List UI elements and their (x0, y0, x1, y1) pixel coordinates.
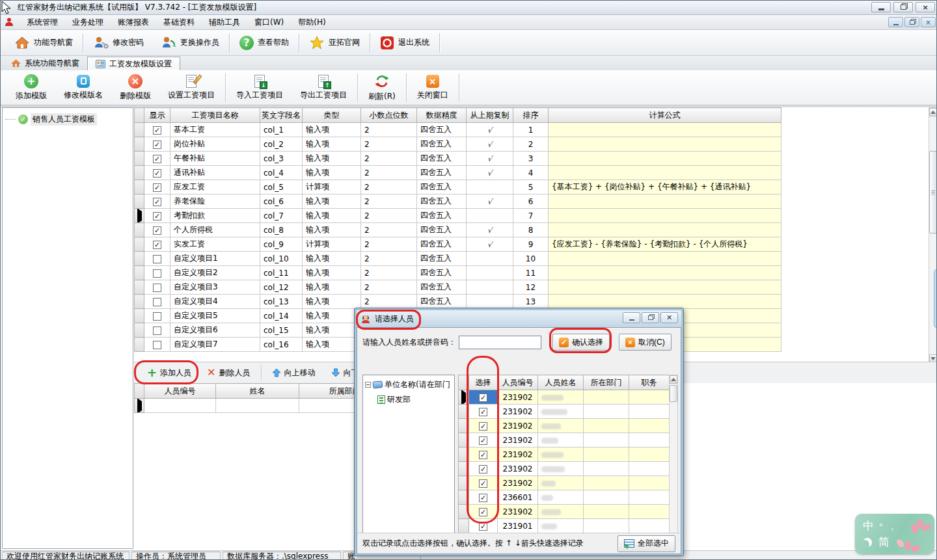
menu-item-basedata[interactable]: 基础资料 (156, 15, 202, 29)
type-cell[interactable]: 输入项 (303, 295, 361, 309)
row-header[interactable] (459, 476, 469, 490)
checkbox[interactable]: ✓ (479, 451, 487, 459)
field-name-cell[interactable]: col_4 (260, 166, 303, 180)
select-person-row[interactable]: ✓231902 (459, 433, 670, 447)
show-cell[interactable] (144, 280, 170, 295)
item-name-cell[interactable]: 通讯补贴 (170, 166, 260, 180)
title-cell[interactable] (629, 405, 670, 419)
order-cell[interactable]: 13 (513, 295, 549, 309)
row-header[interactable] (135, 323, 144, 338)
decimals-cell[interactable]: 2 (361, 123, 417, 137)
show-cell[interactable]: ✓ (144, 137, 170, 152)
tree-node-dept[interactable]: 研发部 (377, 394, 454, 405)
name-cell[interactable] (538, 390, 584, 405)
exit-button[interactable]: 退出系统 (372, 33, 438, 53)
close-button[interactable]: × (916, 2, 935, 12)
ime-widget[interactable]: 中°， 简 (855, 514, 934, 554)
type-cell[interactable]: 输入项 (303, 323, 361, 338)
nav-window-button[interactable]: 功能导航窗 (6, 33, 81, 53)
checkbox[interactable] (153, 298, 161, 306)
show-cell[interactable]: ✓ (144, 237, 170, 252)
show-cell[interactable]: ✓ (144, 194, 170, 209)
order-cell[interactable]: 4 (513, 166, 549, 180)
row-header[interactable] (459, 505, 469, 519)
checkbox[interactable]: ✓ (479, 436, 487, 445)
formula-cell[interactable] (549, 166, 781, 180)
name-cell[interactable] (538, 519, 584, 533)
code-cell[interactable]: 231902 (498, 447, 538, 462)
checkbox[interactable]: ✓ (479, 479, 487, 488)
dept-cell[interactable] (584, 490, 629, 505)
field-name-cell[interactable]: col_2 (260, 137, 303, 152)
export-salary-items-button[interactable]: ↑ 导出工资项目 (292, 72, 355, 104)
field-name-cell[interactable]: col_14 (260, 309, 303, 323)
precision-cell[interactable]: 四舍五入 (417, 194, 467, 209)
row-header[interactable] (459, 490, 469, 505)
move-up-button[interactable]: 向上移动 (264, 364, 323, 381)
select-cell[interactable]: ✓ (469, 419, 498, 433)
type-cell[interactable]: 输入项 (303, 137, 361, 152)
add-person-button[interactable]: + 添加人员 (139, 364, 199, 381)
title-cell[interactable] (629, 505, 670, 519)
item-name-cell[interactable]: 自定义项目6 (170, 323, 260, 338)
copy-prev-cell[interactable]: √ (467, 137, 513, 152)
item-name-cell[interactable]: 岗位补贴 (170, 137, 260, 152)
row-header[interactable] (135, 237, 144, 252)
dept-cell[interactable] (584, 390, 629, 405)
select-person-row[interactable]: ✓236601 (459, 490, 670, 505)
show-cell[interactable]: ✓ (144, 180, 170, 194)
cancel-button[interactable]: × 取消(C) (619, 334, 672, 351)
precision-cell[interactable]: 四舍五入 (417, 166, 467, 180)
dept-cell[interactable] (584, 519, 629, 533)
row-header[interactable] (135, 137, 144, 152)
dept-cell[interactable] (584, 419, 629, 433)
type-cell[interactable]: 输入项 (303, 266, 361, 280)
row-header[interactable] (135, 280, 144, 295)
row-header[interactable] (135, 295, 144, 309)
tab-nav-window[interactable]: 系统功能导航窗 (3, 57, 87, 70)
dialog-minimize-button[interactable] (623, 312, 640, 323)
checkbox[interactable]: ✓ (153, 140, 161, 149)
type-cell[interactable]: 输入项 (303, 194, 361, 209)
formula-cell[interactable] (549, 252, 781, 266)
add-template-button[interactable]: + 添加模版 (7, 72, 55, 104)
order-cell[interactable]: 3 (513, 152, 549, 166)
dept-cell[interactable] (584, 447, 629, 462)
delete-person-button[interactable]: ✕ 删除人员 (199, 364, 258, 381)
item-name-cell[interactable]: 自定义项目2 (170, 266, 260, 280)
formula-cell[interactable] (549, 223, 781, 237)
copy-prev-cell[interactable] (467, 209, 513, 223)
select-cell[interactable]: ✓ (469, 519, 498, 533)
type-cell[interactable]: 计算项 (303, 180, 361, 194)
formula-cell[interactable] (549, 295, 781, 309)
checkbox[interactable]: ✓ (153, 155, 161, 163)
person-name-cell[interactable] (216, 399, 299, 413)
copy-prev-cell[interactable]: √ (467, 123, 513, 137)
field-name-cell[interactable]: col_11 (260, 266, 303, 280)
formula-cell[interactable] (549, 280, 781, 295)
row-header[interactable] (135, 166, 144, 180)
item-name-cell[interactable]: 考勤扣款 (170, 209, 260, 223)
type-cell[interactable]: 输入项 (303, 309, 361, 323)
select-person-row[interactable]: ✓231902 (459, 447, 670, 462)
restore-button[interactable] (893, 2, 913, 12)
show-cell[interactable] (144, 323, 170, 338)
decimals-cell[interactable]: 2 (361, 137, 417, 152)
row-header[interactable] (135, 338, 144, 352)
decimals-cell[interactable]: 2 (361, 180, 417, 194)
title-cell[interactable] (629, 462, 670, 476)
checkbox[interactable] (153, 284, 161, 292)
select-person-row[interactable]: ✓231902 (459, 405, 670, 419)
precision-cell[interactable]: 四舍五入 (417, 237, 467, 252)
formula-cell[interactable] (549, 194, 781, 209)
copy-prev-cell[interactable]: √ (467, 166, 513, 180)
dept-cell[interactable] (584, 505, 629, 519)
checkbox[interactable] (153, 341, 161, 349)
code-cell[interactable]: 231902 (498, 419, 538, 433)
formula-cell[interactable]: {基本工资} + {岗位补贴} + {午餐补贴} + {通讯补贴} (549, 180, 781, 194)
select-cell[interactable]: ✓ (469, 490, 498, 505)
checkbox[interactable] (153, 269, 161, 278)
title-cell[interactable] (629, 433, 670, 447)
type-cell[interactable]: 输入项 (303, 123, 361, 137)
copy-prev-cell[interactable]: √ (467, 152, 513, 166)
